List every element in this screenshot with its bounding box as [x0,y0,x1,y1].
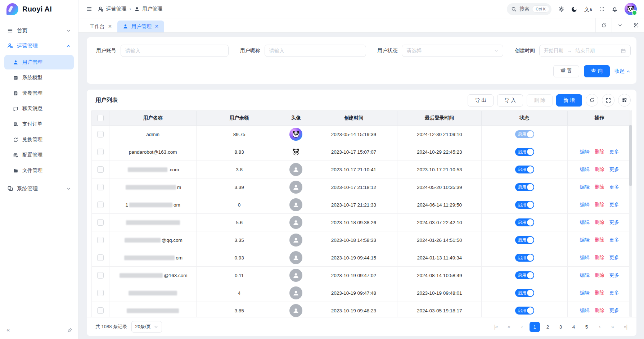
row-checkbox[interactable] [97,202,104,208]
more-link[interactable]: 更多 [609,255,619,260]
delete-link[interactable]: 删除 [595,167,604,172]
page-button-1[interactable]: 1 [530,322,540,332]
sidebar-item-user-management[interactable]: 用户管理 [4,55,74,69]
delete-link[interactable]: 删除 [595,220,604,225]
page-button-4[interactable]: 4 [568,322,579,332]
status-toggle[interactable]: 启用 [515,254,534,262]
hamburger-icon[interactable] [86,6,92,12]
notifications-bell-icon[interactable] [612,6,618,12]
settings-gear-icon[interactable] [558,6,564,12]
status-toggle[interactable]: 启用 [515,130,534,138]
status-toggle[interactable]: 启用 [515,166,534,173]
row-checkbox[interactable] [97,272,104,279]
user-account-input[interactable] [121,45,229,57]
delete-link[interactable]: 删除 [595,290,604,295]
sidebar-item-system-model[interactable]: 系统模型 [4,71,74,85]
sidebar-item-package-management[interactable]: 套餐管理 [4,86,74,100]
row-checkbox[interactable] [97,131,104,137]
reset-button[interactable]: 重 置 [553,65,579,77]
row-checkbox[interactable] [97,254,104,261]
edit-link[interactable]: 编辑 [580,184,590,190]
sidebar-item-redeem-management[interactable]: 兑换管理 [4,132,74,147]
row-checkbox[interactable] [97,219,104,226]
page-prev-5-button[interactable]: « [504,322,514,332]
tab-refresh-button[interactable] [595,18,612,32]
close-icon[interactable]: ✕ [155,24,159,29]
status-toggle[interactable]: 启用 [515,289,534,297]
status-toggle[interactable]: 启用 [515,218,534,226]
export-button[interactable]: 导 出 [468,94,494,107]
refresh-button[interactable] [586,94,598,107]
more-link[interactable]: 更多 [609,184,619,190]
more-link[interactable]: 更多 [609,237,619,243]
language-translate-icon[interactable]: 文A [584,6,592,12]
sidebar-group-operations[interactable]: 运营管理 [4,38,74,53]
status-toggle[interactable]: 启用 [515,307,534,315]
edit-link[interactable]: 编辑 [580,149,590,154]
status-toggle[interactable]: 启用 [515,271,534,279]
select-all-checkbox[interactable] [97,115,104,121]
table-fullscreen-button[interactable] [602,94,614,107]
more-link[interactable]: 更多 [609,167,619,172]
scrollbar-thumb[interactable] [629,125,632,186]
created-date-range[interactable]: 开始日期 → 结束日期 [539,45,631,57]
more-link[interactable]: 更多 [609,272,619,278]
sidebar-group-home[interactable]: 首页 [4,23,74,38]
edit-link[interactable]: 编辑 [580,237,590,243]
dark-mode-moon-icon[interactable] [571,6,577,12]
row-checkbox[interactable] [97,237,104,243]
more-link[interactable]: 更多 [609,149,619,154]
more-link[interactable]: 更多 [609,290,619,295]
sidebar-item-payment-orders[interactable]: 支付订单 [4,117,74,131]
row-checkbox[interactable] [97,290,104,296]
more-link[interactable]: 更多 [609,220,619,225]
tab-menu-chevron-button[interactable] [612,18,628,32]
sidebar-item-config-management[interactable]: 配置管理 [4,148,74,162]
sidebar-group-system[interactable]: 系统管理 [4,181,74,196]
status-toggle[interactable]: 启用 [515,148,534,156]
more-link[interactable]: 更多 [609,202,619,207]
delete-link[interactable]: 删除 [595,149,604,154]
delete-link[interactable]: 删除 [595,237,604,243]
edit-link[interactable]: 编辑 [580,167,590,172]
user-nickname-input[interactable] [265,45,366,57]
breadcrumb-user-management[interactable]: 用户管理 [134,6,162,12]
sidebar-item-file-management[interactable]: 文件管理 [4,163,74,178]
delete-link[interactable]: 删除 [595,184,604,190]
status-toggle[interactable]: 启用 [515,236,534,244]
tab-maximize-button[interactable] [628,18,644,32]
delete-link[interactable]: 删除 [595,255,604,260]
row-checkbox[interactable] [97,307,104,314]
pin-icon[interactable] [67,327,72,333]
more-link[interactable]: 更多 [609,308,619,313]
status-toggle[interactable]: 启用 [515,183,534,191]
add-button[interactable]: 新 增 [556,94,582,107]
collapse-filter-link[interactable]: 收起 [614,68,631,74]
edit-link[interactable]: 编辑 [580,290,590,295]
page-button-5[interactable]: 5 [581,322,592,332]
edit-link[interactable]: 编辑 [580,272,590,278]
page-prev-button[interactable]: ‹ [517,322,527,332]
page-button-2[interactable]: 2 [542,322,553,332]
row-checkbox[interactable] [97,149,104,155]
import-button[interactable]: 导 入 [497,94,523,107]
table-scrollbar[interactable] [629,110,632,317]
delete-button[interactable]: 删 除 [527,94,553,107]
search-button[interactable]: 查 询 [584,65,610,77]
row-checkbox[interactable] [97,184,104,190]
page-size-select[interactable]: 20条/页 [131,321,162,333]
page-first-button[interactable]: |« [491,322,501,332]
page-next-5-button[interactable]: » [607,322,618,332]
delete-link[interactable]: 删除 [595,202,604,207]
breadcrumb-operations[interactable]: 运营管理 [98,6,126,12]
tab-workbench[interactable]: 工作台 ✕ [84,21,117,32]
page-last-button[interactable]: »| [620,322,631,332]
edit-link[interactable]: 编辑 [580,202,590,207]
header-select-all[interactable] [92,111,109,126]
close-icon[interactable]: ✕ [108,24,112,29]
page-button-3[interactable]: 3 [555,322,566,332]
page-next-button[interactable]: › [594,322,605,332]
delete-link[interactable]: 删除 [595,308,604,313]
column-settings-button[interactable] [618,94,631,107]
sidebar-collapse-button[interactable]: « [4,326,12,334]
